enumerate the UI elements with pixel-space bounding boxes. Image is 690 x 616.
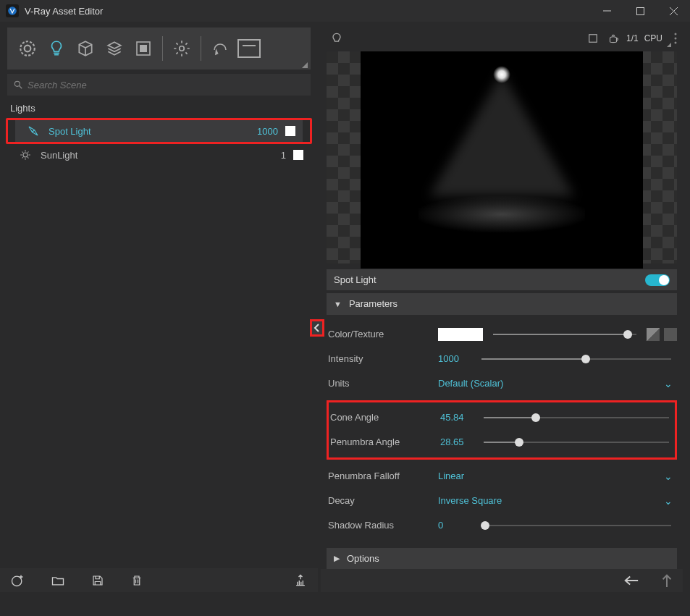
left-footer [0, 568, 318, 592]
highlight-spot-light: Spot Light 1000 [6, 118, 312, 144]
penumbra-slider[interactable] [484, 442, 669, 443]
preview-ratio[interactable]: 1/1 [626, 33, 639, 43]
category-toolbar [7, 28, 311, 69]
texture-clear-icon[interactable] [664, 328, 677, 341]
up-icon[interactable] [661, 573, 673, 588]
options-accordion[interactable]: ▶ Options [327, 548, 677, 569]
chevron-down-icon[interactable]: ⌄ [664, 495, 677, 507]
maximize-button[interactable] [623, 0, 657, 22]
open-folder-icon[interactable] [51, 573, 65, 588]
enable-toggle[interactable] [645, 274, 670, 286]
param-units: Units Default (Scalar) ⌄ [327, 371, 677, 396]
accordion-label: Options [347, 553, 379, 564]
materials-tab-icon[interactable] [13, 34, 42, 63]
purge-icon[interactable] [293, 573, 308, 588]
parameters-body: Color/Texture Intensity 1000 Units Defau… [327, 315, 677, 545]
textures-tab-icon[interactable] [129, 34, 158, 63]
spot-light-icon [25, 125, 41, 138]
svg-point-17 [675, 37, 677, 39]
close-button[interactable] [657, 0, 690, 22]
units-dropdown[interactable]: Default (Scalar) [438, 378, 664, 389]
color-slider[interactable] [493, 334, 636, 335]
titlebar: V-Ray Asset Editor [0, 0, 690, 22]
falloff-dropdown[interactable]: Linear [438, 471, 664, 481]
properties-panel: 1/1 CPU Spot Light ▼ Parameters [321, 22, 683, 592]
param-decay: Decay Inverse Square ⌄ [327, 489, 677, 513]
save-icon[interactable] [91, 574, 104, 587]
search-row [7, 74, 311, 96]
right-footer [321, 569, 683, 592]
chevron-down-icon[interactable]: ⌄ [664, 378, 677, 389]
svg-point-11 [14, 81, 20, 86]
section-label-lights: Lights [10, 103, 308, 114]
frame-buffer-icon[interactable] [237, 39, 261, 58]
geometry-tab-icon[interactable] [71, 34, 100, 63]
color-swatch[interactable] [293, 150, 303, 160]
asset-value: 1 [281, 150, 286, 161]
settings-icon[interactable] [167, 34, 196, 63]
svg-point-9 [180, 46, 185, 51]
param-label: Intensity [328, 353, 438, 364]
color-swatch[interactable] [285, 126, 295, 136]
param-label: Penumbra Angle [330, 436, 440, 447]
chevron-right-icon: ▶ [334, 554, 340, 563]
asset-label: Spot Light [49, 126, 257, 137]
param-value[interactable]: 28.65 [440, 436, 484, 447]
preview-mode-expand-icon[interactable] [667, 43, 671, 47]
svg-point-18 [675, 41, 677, 43]
teapot-icon[interactable] [603, 33, 623, 44]
color-picker[interactable] [438, 328, 483, 341]
param-label: Decay [328, 495, 438, 506]
asset-row-sunlight[interactable]: SunLight 1 [7, 144, 311, 166]
layers-tab-icon[interactable] [100, 34, 129, 63]
add-asset-icon[interactable] [10, 573, 25, 588]
shadow-slider[interactable] [481, 525, 671, 526]
minimize-button[interactable] [590, 0, 623, 22]
svg-point-14 [12, 576, 22, 586]
back-icon[interactable] [623, 575, 639, 586]
parameters-accordion[interactable]: ▼ Parameters [327, 293, 677, 314]
param-value[interactable]: 1000 [438, 353, 481, 364]
collapse-panel-button[interactable] [310, 319, 324, 337]
search-input[interactable] [28, 80, 305, 90]
property-title: Spot Light [334, 274, 645, 285]
preview-mode[interactable]: CPU [644, 33, 662, 43]
app-icon [6, 4, 19, 17]
interactive-render-icon[interactable] [206, 34, 235, 63]
preview-light-icon[interactable] [327, 31, 347, 46]
preview-menu-icon[interactable] [674, 33, 677, 44]
param-penumbra-angle: Penumbra Angle 28.65 [329, 430, 675, 455]
asset-value: 1000 [257, 126, 278, 137]
param-label: Penumbra Falloff [328, 471, 438, 481]
svg-point-5 [20, 41, 35, 56]
param-shadow-radius: Shadow Radius 0 [327, 513, 677, 538]
param-value[interactable]: 45.84 [440, 412, 484, 423]
param-value[interactable]: 0 [438, 520, 481, 531]
param-label: Color/Texture [328, 329, 438, 339]
param-label: Units [328, 378, 438, 389]
asset-label: SunLight [41, 150, 281, 161]
param-label: Shadow Radius [328, 520, 438, 531]
svg-point-13 [23, 153, 28, 157]
sun-light-icon [17, 148, 33, 161]
texture-slot-icon[interactable] [647, 328, 660, 341]
cone-slider[interactable] [484, 417, 669, 418]
render-image [361, 51, 643, 269]
lights-tab-icon[interactable] [42, 34, 71, 63]
intensity-slider[interactable] [481, 358, 671, 360]
asset-row-spot-light[interactable]: Spot Light 1000 [15, 120, 303, 142]
delete-icon[interactable] [130, 574, 143, 587]
param-cone-angle: Cone Angle 45.84 [329, 405, 675, 430]
param-intensity: Intensity 1000 [327, 347, 677, 371]
svg-rect-15 [589, 34, 597, 42]
chevron-down-icon: ▼ [334, 300, 342, 308]
property-title-row: Spot Light [327, 269, 677, 290]
svg-rect-8 [140, 45, 147, 52]
highlight-angle-params: Cone Angle 45.84 Penumbra Angle 28.65 [327, 400, 677, 460]
toolbar-expand-icon[interactable] [302, 62, 308, 68]
decay-dropdown[interactable]: Inverse Square [438, 495, 664, 506]
preview-fit-icon[interactable] [583, 33, 603, 43]
chevron-down-icon[interactable]: ⌄ [664, 471, 677, 482]
accordion-label: Parameters [349, 298, 397, 309]
svg-point-6 [25, 46, 31, 52]
